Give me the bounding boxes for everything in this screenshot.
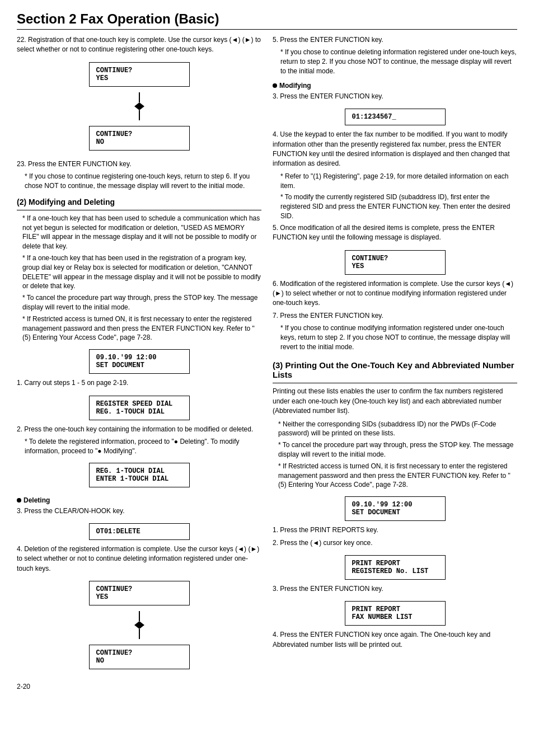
bullet-circle-del — [17, 498, 21, 503]
step3-print: 3. Press the ENTER FUNCTION key. — [273, 584, 517, 594]
para-23: 23. Press the ENTER FUNCTION key. — [17, 159, 261, 169]
arrow-both-1 — [17, 92, 261, 120]
bullet5a: * If you chose to continue deleting info… — [280, 48, 517, 76]
box-continue-yes-1-wrapper: CONTINUE? YES — [17, 58, 261, 91]
deleting-label-wrapper: Deleting — [17, 496, 261, 504]
step5-mod: 5. Once modification of all the desired … — [273, 223, 517, 243]
section2-heading: (2) Modifying and Deleting — [17, 198, 261, 206]
bullet-print3: * If Restricted access is turned ON, it … — [278, 462, 517, 490]
bullet-mod1: * If a one-touch key that has been used … — [22, 214, 261, 251]
step4-print: 4. Press the ENTER FUNCTION key once aga… — [273, 630, 517, 650]
arrow-line2-up — [139, 611, 140, 621]
arrowhead-left — [134, 102, 139, 110]
arrowhead2-right — [139, 621, 144, 629]
step2-print: 2. Press the (◄) cursor key once. — [273, 538, 517, 548]
box-reg-enter-wrapper: REG. 1-TOUCH DIAL ENTER 1-TOUCH DIAL — [17, 458, 261, 492]
bullet-circle-mod — [273, 83, 277, 88]
box-datetime: 09.10.'99 12:00 SET DOCUMENT — [89, 349, 190, 374]
step1-print: 1. Press the PRINT REPORTS key. — [273, 525, 517, 535]
bullet-mod3: * To cancel the procedure part way throu… — [22, 293, 261, 312]
box-continue-no-1: CONTINUE? NO — [89, 126, 190, 151]
left-column: 22. Registration of that one-touch key i… — [17, 35, 261, 691]
box-datetime2-wrapper: 09.10.'99 12:00 SET DOCUMENT — [273, 492, 517, 525]
bullet-mod4: * If Restricted access is turned ON, it … — [22, 314, 261, 342]
modifying-label: Modifying — [279, 82, 311, 90]
bullet-23a: * If you chose to continue registering o… — [25, 172, 261, 191]
deleting-label: Deleting — [24, 496, 50, 504]
arrow-line2-down — [139, 629, 140, 639]
box-continue-yes3: CONTINUE? YES — [345, 250, 446, 275]
box-reg-speed-wrapper: REGISTER SPEED DIAL REG. 1-TOUCH DIAL — [17, 391, 261, 425]
box-fax-list-wrapper: PRINT REPORT FAX NUMBER LIST — [273, 597, 517, 630]
box-delete-wrapper: OT01:DELETE — [17, 519, 261, 544]
bullet7a: * If you chose to continue modifying inf… — [280, 323, 517, 351]
box-continue-yes2: CONTINUE? YES — [89, 581, 190, 605]
arrow-line-up — [139, 92, 140, 102]
box-continue-no2-wrapper: CONTINUE? NO — [17, 640, 261, 674]
bullet4b: * To modify the currently registered SID… — [280, 192, 517, 220]
box-continue-no-1-wrapper: CONTINUE? NO — [17, 121, 261, 155]
section3-intro: Printing out these lists enables the use… — [273, 387, 517, 416]
box-modnum: 01:1234567_ — [345, 109, 446, 125]
page-title: Section 2 Fax Operation (Basic) — [17, 11, 517, 27]
section3-heading: (3) Printing Out the One-Touch Key and A… — [273, 360, 517, 379]
arrowhead2-left — [134, 621, 139, 629]
bullet-print2: * To cancel the procedure part way throu… — [278, 440, 517, 459]
bullet4a: * Refer to "(1) Registering", page 2-19,… — [280, 172, 517, 191]
box-delete: OT01:DELETE — [89, 523, 190, 540]
box-continue-yes3-wrapper: CONTINUE? YES — [273, 246, 517, 279]
step5-del: 5. Press the ENTER FUNCTION key. — [273, 35, 517, 45]
bullet2a: * To delete the registered information, … — [25, 437, 261, 456]
box-continue-yes-1: CONTINUE? YES — [89, 62, 190, 87]
box-continue-no2: CONTINUE? NO — [89, 645, 190, 669]
step7-mod: 7. Press the ENTER FUNCTION key. — [273, 311, 517, 321]
step4-mod: 4. Use the keypad to enter the fax numbe… — [273, 130, 517, 169]
page-number: 2-20 — [17, 683, 261, 691]
page-header: Section 2 Fax Operation (Basic) — [17, 11, 517, 30]
arrow-both-2 — [17, 611, 261, 639]
step6-mod: 6. Modification of the registered inform… — [273, 279, 517, 308]
bullet-print1: * Neither the corresponding SIDs (subadd… — [278, 420, 517, 439]
box-modnum-wrapper: 01:1234567_ — [273, 104, 517, 130]
box-print-report: PRINT REPORT REGISTERED No. LIST — [345, 555, 446, 580]
step1: 1. Carry out steps 1 - 5 on page 2-19. — [17, 378, 261, 388]
box-reg-enter: REG. 1-TOUCH DIAL ENTER 1-TOUCH DIAL — [89, 463, 190, 487]
step3-del: 3. Press the CLEAR/ON-HOOK key. — [17, 506, 261, 516]
right-column: 5. Press the ENTER FUNCTION key. * If yo… — [273, 35, 517, 691]
bullet-mod2: * If a one-touch key that has been used … — [22, 253, 261, 291]
box-continue-yes2-wrapper: CONTINUE? YES — [17, 576, 261, 610]
arrow-line-down — [139, 110, 140, 120]
step3-mod: 3. Press the ENTER FUNCTION key. — [273, 92, 517, 101]
para-22: 22. Registration of that one-touch key i… — [17, 35, 261, 55]
modifying-label-wrapper: Modifying — [273, 82, 517, 90]
step2: 2. Press the one-touch key containing th… — [17, 425, 261, 434]
arrowhead-right — [139, 102, 144, 110]
box-fax-list: PRINT REPORT FAX NUMBER LIST — [345, 601, 446, 626]
box-print-report-wrapper: PRINT REPORT REGISTERED No. LIST — [273, 551, 517, 584]
box-datetime2: 09.10.'99 12:00 SET DOCUMENT — [345, 496, 446, 521]
box-reg-speed: REGISTER SPEED DIAL REG. 1-TOUCH DIAL — [89, 396, 190, 420]
box-datetime-wrapper: 09.10.'99 12:00 SET DOCUMENT — [17, 345, 261, 378]
step4-del: 4. Deletion of the registered informatio… — [17, 544, 261, 574]
